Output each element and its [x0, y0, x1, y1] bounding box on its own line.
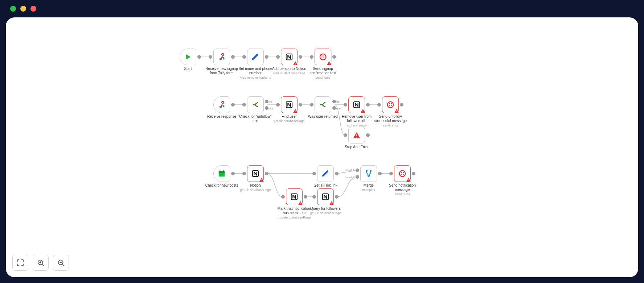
- input-port[interactable]: [389, 172, 393, 175]
- output-port[interactable]: [378, 172, 382, 175]
- output-port[interactable]: [231, 55, 235, 59]
- fit-view-button[interactable]: [12, 255, 28, 271]
- svg-rect-47: [356, 137, 357, 138]
- input-port[interactable]: [310, 103, 313, 107]
- input-port[interactable]: [312, 195, 316, 199]
- node-label: Set name and phone number: [237, 67, 274, 75]
- output-port[interactable]: [412, 172, 415, 175]
- node-box[interactable]: [281, 96, 298, 113]
- node-box[interactable]: true false: [315, 96, 331, 113]
- node-addnotion[interactable]: Add person to Notion create: databasePag…: [271, 49, 307, 75]
- svg-rect-66: [300, 203, 300, 204]
- node-box[interactable]: [315, 49, 331, 65]
- input-port[interactable]: [310, 55, 313, 59]
- output-port[interactable]: [366, 103, 370, 107]
- node-box[interactable]: [317, 165, 334, 182]
- traffic-light-minimize[interactable]: [20, 6, 26, 12]
- svg-point-19: [320, 54, 326, 60]
- output-port[interactable]: [299, 55, 302, 59]
- node-merge[interactable]: Input 1 Input 2 Merge multiplex: [350, 165, 387, 192]
- node-setname[interactable]: Set name and phone number Also remove hy…: [237, 49, 274, 80]
- svg-point-43: [391, 105, 392, 106]
- output-port[interactable]: [400, 103, 403, 107]
- node-box[interactable]: [213, 165, 230, 182]
- workflow-canvas[interactable]: Start Receive new signup from Tally form: [6, 17, 638, 277]
- node-label: Was user returned: [305, 115, 341, 119]
- node-recvresp[interactable]: Receive response: [204, 96, 240, 119]
- node-marksent[interactable]: Mark that notification has been sent upd…: [276, 188, 312, 220]
- node-checkunf[interactable]: true false Check for "unfollow" text: [237, 96, 274, 123]
- output-port[interactable]: [366, 133, 370, 137]
- svg-point-23: [323, 57, 324, 58]
- node-sendnotif[interactable]: Send notification message send: sms: [384, 165, 421, 196]
- node-removeuser[interactable]: Remove user from followers db archive: p…: [339, 96, 375, 128]
- node-box[interactable]: [394, 165, 411, 182]
- canvas-container: Start Receive new signup from Tally form: [6, 17, 638, 277]
- node-notion3[interactable]: Notion getAll: databasePage: [237, 165, 274, 192]
- output-port[interactable]: [265, 172, 268, 175]
- input-port[interactable]: [242, 55, 246, 59]
- input-port[interactable]: [377, 103, 381, 107]
- node-checknew[interactable]: Check for new posts: [204, 165, 240, 188]
- node-box[interactable]: [281, 49, 298, 65]
- svg-rect-33: [295, 112, 295, 112]
- zoom-out-button[interactable]: [53, 255, 69, 271]
- output-port[interactable]: [304, 195, 307, 199]
- input-port[interactable]: [344, 133, 347, 137]
- input-port[interactable]: [344, 103, 347, 107]
- node-box[interactable]: [180, 49, 196, 65]
- output-port[interactable]: [335, 195, 339, 199]
- input-port[interactable]: [242, 103, 246, 107]
- node-tally[interactable]: Receive new signup from Tally form: [204, 49, 240, 75]
- input-port[interactable]: [281, 195, 285, 199]
- svg-point-57: [368, 176, 369, 177]
- output-port[interactable]: [265, 55, 268, 59]
- input-port[interactable]: [312, 172, 316, 175]
- input-port[interactable]: [242, 172, 246, 175]
- traffic-light-zoom[interactable]: [30, 6, 36, 12]
- node-box[interactable]: [247, 165, 264, 182]
- node-queryfol[interactable]: Query for followers getAll: databasePage: [307, 188, 344, 215]
- node-gettiktok[interactable]: Get TikTok link: [307, 165, 344, 188]
- node-wasuser[interactable]: true false Was user returned: [305, 96, 341, 119]
- node-box[interactable]: [382, 96, 399, 113]
- node-box[interactable]: [286, 188, 303, 205]
- output-port[interactable]: [231, 103, 235, 107]
- node-box[interactable]: [213, 96, 230, 113]
- node-box[interactable]: [348, 96, 365, 113]
- input-port[interactable]: [209, 55, 212, 59]
- node-sendunf[interactable]: Send unfollow successful message send: s…: [372, 96, 409, 128]
- output-port[interactable]: [197, 55, 201, 59]
- output-port[interactable]: [335, 172, 339, 175]
- node-sendsignup[interactable]: Send signup confirmation text send: sms: [305, 49, 341, 80]
- input-port[interactable]: [276, 103, 280, 107]
- svg-rect-17: [295, 63, 295, 64]
- notion-icon: [285, 101, 293, 109]
- zoom-in-button[interactable]: [33, 255, 49, 271]
- node-box[interactable]: Input 1 Input 2: [360, 165, 377, 182]
- output-port[interactable]: [299, 103, 302, 107]
- svg-point-59: [401, 172, 402, 173]
- svg-rect-46: [356, 134, 357, 136]
- svg-rect-50: [220, 170, 221, 172]
- output-port[interactable]: [231, 172, 235, 175]
- calendar-icon: [218, 170, 226, 178]
- node-start[interactable]: Start: [170, 49, 206, 71]
- node-box[interactable]: [247, 49, 264, 65]
- node-box[interactable]: true false: [247, 96, 264, 113]
- input-port-1[interactable]: [356, 168, 359, 172]
- svg-rect-38: [362, 112, 363, 112]
- node-stoperr[interactable]: Stop And Error: [339, 127, 375, 149]
- node-box[interactable]: [213, 49, 230, 65]
- input-port-2[interactable]: [356, 175, 359, 179]
- node-label: Receive response: [204, 115, 240, 119]
- node-box[interactable]: [317, 188, 334, 205]
- node-sublabel: multiplex: [350, 188, 387, 192]
- node-box[interactable]: [348, 127, 365, 143]
- input-port[interactable]: [276, 55, 280, 59]
- traffic-light-close[interactable]: [10, 6, 16, 12]
- output-port[interactable]: [332, 55, 336, 59]
- node-finduser[interactable]: Find user getAll: databasePage: [271, 96, 307, 123]
- svg-point-21: [323, 55, 324, 57]
- node-sublabel: getAll: databasePage: [237, 188, 274, 192]
